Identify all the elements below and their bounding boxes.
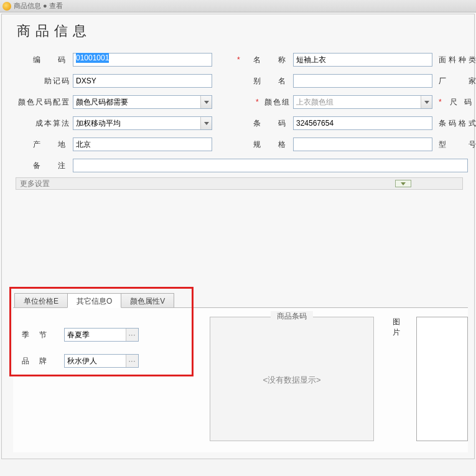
label-colorgroup: * 颜色组 xyxy=(228,97,293,108)
title-bar-text: 商品信息 ● 查看 xyxy=(14,1,63,11)
label-model: 型 号 xyxy=(439,139,476,150)
ellipsis-icon[interactable]: ··· xyxy=(126,355,138,367)
colorgroup-combo[interactable]: 上衣颜色组 xyxy=(293,95,432,109)
brand-lookup[interactable]: 秋水伊人 ··· xyxy=(64,354,139,368)
alias-input[interactable] xyxy=(293,74,432,88)
main-panel: 商品信息 编 码 01001001 * 名 称 面料种类 助记码 别 名 xyxy=(1,14,475,459)
code-input[interactable]: 01001001 xyxy=(73,53,212,67)
form-area: 编 码 01001001 * 名 称 面料种类 助记码 别 名 厂 家 xyxy=(2,49,474,176)
barcode-input[interactable] xyxy=(293,116,432,130)
chevron-down-icon[interactable] xyxy=(421,96,432,108)
image-frame[interactable] xyxy=(416,317,468,441)
label-barcode: 条 码 xyxy=(228,118,293,129)
spec-input[interactable] xyxy=(293,138,432,151)
label-fabric: 面料种类 xyxy=(439,55,476,65)
ellipsis-icon[interactable]: ··· xyxy=(126,329,138,341)
app-icon xyxy=(2,2,11,11)
expand-toggle[interactable] xyxy=(395,180,411,187)
image-label: 图片 xyxy=(393,317,414,338)
name-input[interactable] xyxy=(293,53,432,67)
label-remarks: 备 注 xyxy=(8,161,73,171)
barcode-empty-text: <没有数据显示> xyxy=(210,375,373,386)
barcode-group-title: 商品条码 xyxy=(271,311,313,322)
origin-input[interactable] xyxy=(73,138,212,151)
tab-strip: 单位价格E 其它信息O 颜色属性V xyxy=(14,293,174,308)
more-settings-bar[interactable]: 更多设置 xyxy=(16,177,463,190)
label-sizegroup: * 尺 码 组 xyxy=(439,97,476,108)
tab-otherinfo[interactable]: 其它信息O xyxy=(67,293,121,308)
label-brand: 品牌 xyxy=(22,356,64,366)
label-season: 季节 xyxy=(22,330,64,340)
page-title: 商品信息 xyxy=(2,14,474,49)
barcode-groupbox: 商品条码 <没有数据显示> xyxy=(210,317,374,441)
label-factory: 厂 家 xyxy=(439,76,476,86)
label-origin: 产 地 xyxy=(8,139,73,150)
costmethod-combo[interactable]: 加权移动平均 xyxy=(73,116,212,130)
chevron-down-icon[interactable] xyxy=(200,117,212,129)
label-spec: 规 格 xyxy=(228,139,293,150)
label-costmethod: 成本算法 xyxy=(8,118,73,129)
label-alias: 别 名 xyxy=(228,76,293,86)
label-name: * 名 称 xyxy=(228,55,293,65)
label-barcodefmt: 条码格式 xyxy=(439,118,476,129)
tab-content: 季节 春夏季 ··· 品牌 秋水伊人 ··· 商品条码 <没有数据显示> 图片 xyxy=(13,307,468,452)
label-mnemonic: 助记码 xyxy=(8,76,73,86)
season-lookup[interactable]: 春夏季 ··· xyxy=(64,328,139,342)
title-bar: 商品信息 ● 查看 xyxy=(0,0,476,12)
label-colorsize: 颜色尺码配置 xyxy=(8,97,73,108)
colorsize-combo[interactable]: 颜色尺码都需要 xyxy=(73,95,212,109)
image-groupbox: 图片 xyxy=(393,317,468,441)
label-code: 编 码 xyxy=(8,55,73,65)
mnemonic-input[interactable] xyxy=(73,74,212,88)
chevron-down-icon[interactable] xyxy=(200,96,212,108)
more-settings-label: 更多设置 xyxy=(20,179,50,189)
tab-unitprice[interactable]: 单位价格E xyxy=(14,293,68,308)
remarks-input[interactable] xyxy=(73,159,468,172)
tab-colorattr[interactable]: 颜色属性V xyxy=(121,293,174,308)
